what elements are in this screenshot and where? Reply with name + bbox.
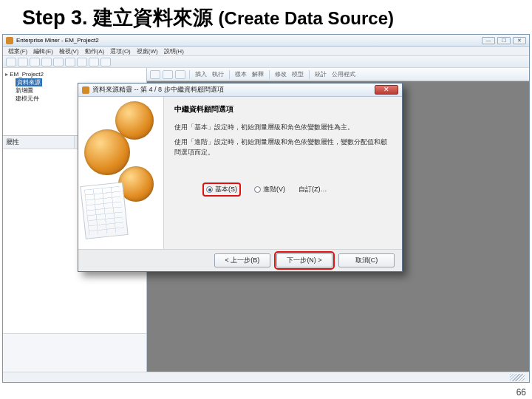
toolbar-button[interactable] [65,58,75,66]
gear-icon [84,129,130,175]
title-zh: 建立資料來源 [93,7,213,29]
radio-basic[interactable]: 基本(S) [206,185,237,194]
canvas-label: 模型 [290,70,305,78]
canvas-label: 修改 [273,70,288,78]
radio-advanced[interactable]: 進階(V) [254,185,285,194]
help-panel [3,333,146,372]
dialog-close-button[interactable]: ✕ [375,85,398,95]
app-title: Enterprise Miner - EM_Project2 [16,37,99,44]
radio-dot-icon [206,186,213,193]
dialog-text: 使用「基本」設定時，初始測量層級和角色依變數屬性為主。 [174,122,392,132]
menu-item[interactable]: 說明(H) [162,47,186,55]
radio-label: 基本(S) [215,185,237,194]
dialog-icon [82,86,89,94]
datasheet-icon [80,182,128,239]
page-number: 66 [516,387,526,398]
maximize-button[interactable]: ☐ [497,37,511,44]
canvas-label: 解釋 [250,70,265,78]
toolbar-button[interactable] [89,58,99,66]
dialog-heading: 中繼資料顧問選項 [174,104,392,115]
dialog-text: 使用「進階」設定時，初始測量層級和角色依變數屬性，變數分配值和顧問選項而定。 [174,137,392,157]
toolbar [3,56,529,68]
canvas-label: 插入 [194,70,208,78]
menubar: 檔案(F) 編輯(E) 檢視(V) 動作(A) 選項(O) 視窗(W) 說明(H… [3,47,529,56]
menu-item[interactable]: 動作(A) [83,47,107,55]
canvas-label: 執行 [211,70,225,78]
toolbar-button[interactable] [53,58,64,66]
toolbar-button[interactable] [41,58,52,66]
tree-root[interactable]: EM_Project2 [5,70,144,78]
slide-title: Step 3. 建立資料來源 (Create Data Source) [0,0,532,34]
canvas-label: 樣本 [233,70,248,78]
toolbar-button[interactable] [30,58,40,66]
cancel-button[interactable]: 取消(C) [338,253,395,267]
radio-group: 基本(S) 進階(V) 自訂(Z)… [174,183,392,197]
menu-item[interactable]: 檢視(V) [57,47,81,55]
menu-item[interactable]: 檔案(F) [6,47,30,55]
data-source-wizard-dialog: 資料來源精靈 -- 第 4 / 8 步中繼資料顧問選項 ✕ 中繼資料顧問選項 使… [78,83,403,272]
toolbar-button[interactable] [100,58,111,66]
canvas-label: 統計 [313,70,328,78]
title-en: (Create Data Source) [219,8,394,28]
radio-dot-icon [254,186,261,193]
menu-item[interactable]: 選項(O) [108,47,133,55]
dialog-footer: < 上一步(B) 下一步(N) > 取消(C) [78,249,402,271]
dialog-title: 資料來源精靈 -- 第 4 / 8 步中繼資料顧問選項 [92,85,224,95]
canvas-tool[interactable] [175,70,185,79]
app-icon [6,37,13,44]
menu-item[interactable]: 視窗(W) [134,47,160,55]
canvas-label: 公用程式 [330,70,357,78]
close-button[interactable]: ✕ [513,37,526,44]
dialog-titlebar: 資料來源精靈 -- 第 4 / 8 步中繼資料顧問選項 ✕ [78,83,402,97]
statusbar [3,372,529,382]
radio-label: 自訂(Z)… [299,185,327,194]
menu-item[interactable]: 編輯(E) [31,47,55,55]
radio-label: 進階(V) [263,185,285,194]
canvas-toolbar: 插入 執行 樣本 解釋 修改 模型 統計 公用程式 [147,68,529,81]
toolbar-button[interactable] [77,58,87,66]
resize-grip-icon[interactable] [510,374,525,381]
dialog-content: 中繼資料顧問選項 使用「基本」設定時，初始測量層級和角色依變數屬性為主。 使用「… [164,97,402,249]
toolbar-button[interactable] [18,58,28,66]
prop-col: 屬性 [3,136,75,149]
back-button[interactable]: < 上一步(B) [214,253,270,267]
titlebar: Enterprise Miner - EM_Project2 — ☐ ✕ [3,35,529,47]
toolbar-button[interactable] [6,58,16,66]
canvas-tool[interactable] [150,70,160,79]
minimize-button[interactable]: — [482,37,495,44]
canvas-tool[interactable] [163,70,173,79]
step-label: Step 3. [22,7,88,29]
next-button[interactable]: 下一步(N) > [276,253,332,267]
radio-custom[interactable]: 自訂(Z)… [299,185,327,194]
dialog-sidebar-graphic [78,97,164,249]
